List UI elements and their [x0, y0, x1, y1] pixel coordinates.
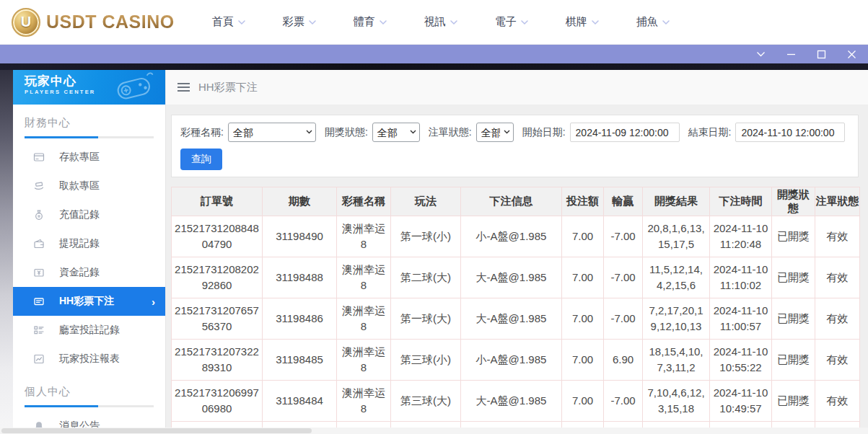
end-date-label: 結束日期:	[688, 126, 732, 139]
hamburger-menu-icon[interactable]	[177, 81, 190, 94]
main-nav: 首頁 彩票 體育 視訊 電子 棋牌 捕魚	[212, 15, 670, 29]
sidebar-item-withdraw[interactable]: 取款專區	[13, 172, 165, 200]
table-cell: 31198486	[263, 298, 337, 340]
logo-coin-icon: U	[12, 8, 40, 37]
nav-item-home[interactable]: 首頁	[212, 15, 245, 29]
window-minimize-icon[interactable]	[786, 49, 796, 59]
nav-item-fishing[interactable]: 捕魚	[636, 15, 670, 29]
start-date-input[interactable]	[570, 123, 680, 142]
sidebar: 玩家中心 PLAYERS CENTER 財務中心 存款專區	[13, 70, 166, 434]
table-cell: 大-A盤@1.985	[461, 381, 562, 422]
table-cell: -7.00	[604, 257, 643, 298]
table-cell: 有效	[815, 340, 860, 381]
section-underline	[25, 405, 154, 407]
sidebar-item-hall-bet-record[interactable]: 廳室投註記錄	[13, 316, 165, 345]
table-cell: 7.00	[562, 257, 604, 298]
sidebar-item-withdraw-record[interactable]: 提現記錄	[13, 229, 165, 258]
nav-item-slots[interactable]: 電子	[495, 15, 528, 29]
table-cell: 2152173120820292860	[172, 257, 263, 298]
sidebar-item-label: 玩家投注報表	[59, 353, 120, 366]
table-cell: 2152173120765756370	[172, 298, 263, 340]
table-cell: 2152173120732289310	[172, 340, 263, 381]
window-maximize-icon[interactable]	[816, 49, 826, 59]
table-row: 215217312088480479031198490澳洲幸运8第一球(小)小-…	[172, 216, 860, 257]
nav-item-lottery[interactable]: 彩票	[283, 15, 316, 29]
table-cell: 2024-11-10 11:00:57	[710, 298, 772, 340]
section-label-text: 個人中心	[25, 385, 154, 399]
nav-item-sports[interactable]: 體育	[354, 15, 387, 29]
window-left-frame	[0, 70, 13, 434]
table-row: 215217312082029286031198488澳洲幸运8第二球(大)大-…	[172, 257, 860, 298]
window-chevron-down-icon[interactable]	[755, 49, 766, 59]
column-header: 下注信息	[461, 187, 562, 216]
section-label-text: 財務中心	[25, 116, 154, 130]
logo[interactable]: U USDT CASINO	[12, 8, 175, 37]
sidebar-item-recharge-record[interactable]: 充值記錄	[13, 200, 165, 229]
section-personal-center: 個人中心	[25, 385, 154, 407]
table-cell: 2024-11-10 10:55:22	[710, 340, 772, 381]
nav-item-label: 彩票	[283, 15, 304, 29]
table-cell: 有效	[815, 216, 860, 257]
lottery-name-select[interactable]: 全部	[228, 123, 316, 142]
table-cell: 2024-11-10 10:49:57	[710, 381, 772, 422]
table-cell: 20,8,1,6,13,15,17,5	[643, 216, 710, 257]
end-date-input[interactable]	[735, 123, 845, 142]
table-cell: 7,10,4,6,12,3,15,18	[643, 381, 710, 422]
nav-item-live[interactable]: 視訊	[424, 15, 457, 29]
table-cell: 第二球(大)	[391, 257, 461, 298]
nav-item-label: 電子	[495, 15, 517, 29]
nav-item-label: 體育	[354, 15, 375, 29]
table-cell: 澳洲幸运8	[337, 340, 391, 381]
players-center-header: 玩家中心 PLAYERS CENTER	[13, 70, 165, 105]
sidebar-item-label: 廳室投註記錄	[59, 324, 120, 337]
table-cell: 7,2,17,20,19,12,10,13	[643, 298, 710, 340]
column-header: 期數	[263, 187, 337, 216]
sidebar-item-deposit[interactable]: 存款專區	[13, 143, 165, 172]
table-cell: 2152173120884804790	[172, 216, 263, 257]
table-cell: 已開獎	[772, 216, 815, 257]
column-header: 注單狀態	[815, 187, 860, 216]
nav-item-cards[interactable]: 棋牌	[566, 15, 599, 29]
column-header: 輸贏	[604, 187, 643, 216]
order-status-label: 注單狀態:	[429, 126, 472, 139]
sidebar-item-funds-record[interactable]: 資金記錄	[13, 258, 165, 287]
table-cell: 31198484	[263, 381, 337, 422]
table-cell: 11,5,12,14,4,2,15,6	[643, 257, 710, 298]
table-cell: -7.00	[604, 216, 643, 257]
sidebar-item-label: HH彩票下注	[59, 295, 114, 308]
ticket-icon	[33, 296, 45, 307]
search-button[interactable]: 查詢	[180, 149, 222, 170]
horizontal-scrollbar-thumb[interactable]	[1, 428, 312, 433]
order-status-select[interactable]: 全部	[476, 123, 514, 142]
sidebar-item-label: 充值記錄	[59, 208, 100, 221]
table-cell: 有效	[815, 257, 860, 298]
table-cell: 第三球(小)	[391, 340, 461, 381]
nav-item-label: 捕魚	[636, 15, 658, 29]
start-date-label: 開始日期:	[522, 126, 566, 139]
chevron-down-icon	[309, 20, 316, 25]
table-cell: 有效	[815, 298, 860, 340]
table-cell: 31198488	[263, 257, 337, 298]
sidebar-item-hh-lottery-bets[interactable]: HH彩票下注 ›	[13, 287, 165, 316]
table-cell: 澳洲幸运8	[337, 216, 391, 257]
table-cell: 6.90	[604, 340, 643, 381]
sidebar-item-player-bet-report[interactable]: 玩家投注報表	[13, 345, 165, 373]
window-titlebar	[0, 45, 868, 63]
nav-item-label: 視訊	[424, 15, 446, 29]
window-close-icon[interactable]	[846, 49, 856, 59]
draw-status-label: 開獎狀態:	[325, 126, 368, 139]
sidebar-item-label: 存款專區	[59, 151, 100, 164]
table-cell: 第一球(小)	[391, 216, 461, 257]
table-cell: 有效	[815, 381, 860, 422]
table-cell: -7.00	[604, 298, 643, 340]
column-header: 開獎狀態	[772, 187, 815, 216]
column-header: 玩法	[391, 187, 461, 216]
table-row: 215217312073228931031198485澳洲幸运8第三球(小)小-…	[172, 340, 860, 381]
page-title: HH彩票下注	[198, 81, 258, 94]
table-cell: 7.00	[562, 216, 604, 257]
table-cell: 2024-11-10 11:10:02	[710, 257, 772, 298]
table-cell: -7.00	[604, 381, 643, 422]
table-cell: 已開獎	[772, 257, 815, 298]
draw-status-select[interactable]: 全部	[372, 123, 420, 142]
table-cell: 7.00	[562, 381, 604, 422]
